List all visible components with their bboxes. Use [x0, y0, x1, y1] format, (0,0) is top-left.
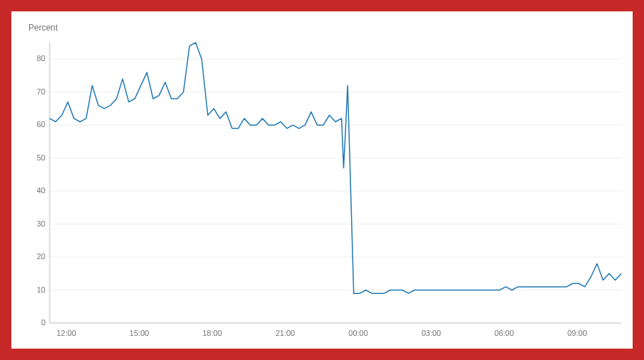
- plot-area: [50, 43, 621, 323]
- y-tick-label: 0: [41, 318, 45, 327]
- x-tick-label: 18:00: [203, 329, 223, 337]
- outer-frame: Percent 01020304050607080 12:0015:0018:0…: [0, 0, 644, 360]
- y-tick-label: 50: [37, 153, 45, 162]
- y-tick-label: 60: [37, 120, 45, 129]
- chart-card: Percent 01020304050607080 12:0015:0018:0…: [11, 11, 633, 349]
- y-tick-label: 40: [37, 186, 45, 195]
- y-axis-label: Percent: [28, 23, 57, 33]
- y-tick-label: 10: [37, 285, 45, 294]
- x-tick-label: 21:00: [275, 329, 295, 337]
- x-tick-label: 06:00: [494, 329, 514, 337]
- x-tick-label: 03:00: [421, 329, 441, 337]
- x-tick-label: 09:00: [567, 329, 587, 337]
- chart-svg: [50, 43, 621, 323]
- x-tick-label: 15:00: [130, 329, 150, 337]
- y-tick-label: 70: [37, 87, 45, 96]
- y-tick-label: 30: [37, 219, 45, 228]
- x-tick-label: 00:00: [348, 329, 368, 337]
- data-line: [50, 43, 621, 293]
- y-tick-label: 80: [37, 54, 45, 62]
- x-tick-label: 12:00: [57, 329, 77, 337]
- y-tick-label: 20: [37, 252, 45, 261]
